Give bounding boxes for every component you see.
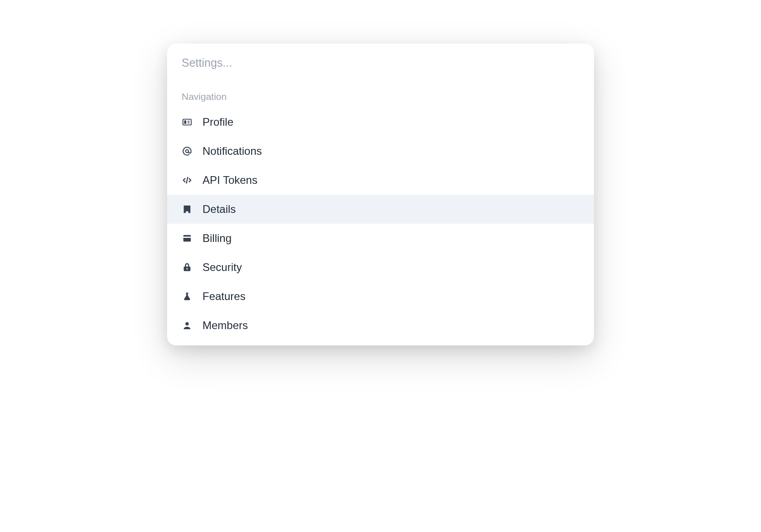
- search-input[interactable]: [182, 56, 579, 69]
- nav-item-members[interactable]: Members: [167, 311, 594, 340]
- nav-item-features[interactable]: Features: [167, 282, 594, 311]
- svg-line-5: [187, 177, 188, 183]
- nav-item-api-tokens[interactable]: API Tokens: [167, 166, 594, 195]
- nav-list: Profile Notifications API Tokens: [167, 108, 594, 340]
- section-header-navigation: Navigation: [167, 79, 594, 108]
- lock-icon: [182, 262, 193, 273]
- id-card-icon: [182, 117, 193, 128]
- building-icon: [182, 204, 193, 215]
- nav-item-security[interactable]: Security: [167, 253, 594, 282]
- nav-item-label: Details: [203, 203, 236, 216]
- command-palette: Navigation Profile Notifications: [167, 44, 594, 345]
- svg-point-8: [185, 322, 188, 325]
- svg-rect-1: [184, 120, 187, 123]
- nav-item-label: Security: [203, 261, 242, 274]
- nav-item-label: Billing: [203, 232, 232, 245]
- svg-rect-7: [187, 269, 187, 270]
- nav-item-label: Notifications: [203, 145, 262, 158]
- code-icon: [182, 175, 193, 186]
- nav-item-label: Profile: [203, 116, 233, 128]
- nav-item-label: Features: [203, 290, 246, 303]
- search-area: [167, 44, 594, 79]
- flask-icon: [182, 291, 193, 302]
- nav-item-label: Members: [203, 319, 248, 332]
- credit-card-icon: [182, 233, 193, 244]
- nav-item-billing[interactable]: Billing: [167, 224, 594, 253]
- nav-item-details[interactable]: Details: [167, 195, 594, 224]
- nav-item-profile[interactable]: Profile: [167, 108, 594, 137]
- nav-item-notifications[interactable]: Notifications: [167, 137, 594, 166]
- at-sign-icon: [182, 146, 193, 157]
- nav-item-label: API Tokens: [203, 174, 257, 187]
- user-icon: [182, 320, 193, 331]
